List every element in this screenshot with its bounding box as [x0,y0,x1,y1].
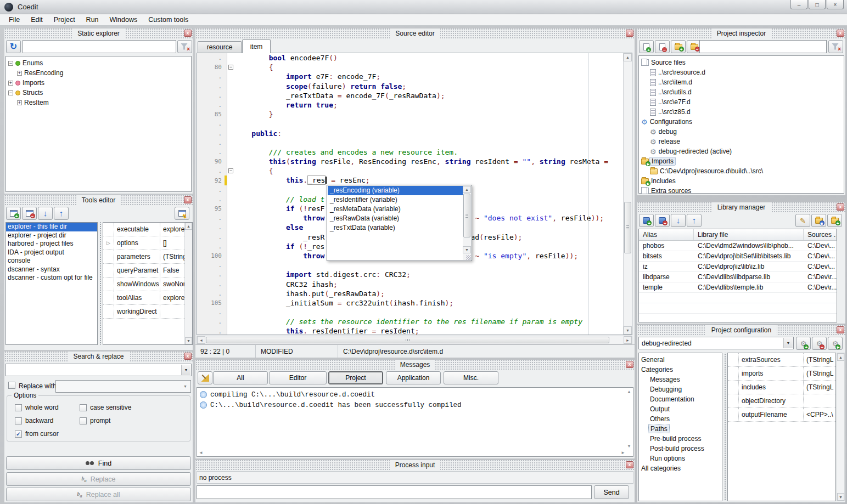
property-row[interactable]: ▷options[] [103,236,184,250]
replace-all-button[interactable]: ba Replace all [6,488,191,501]
menu-item-project[interactable]: Project [48,15,81,25]
chevron-down-icon[interactable]: ▼ [181,365,190,375]
scroll-left-icon[interactable]: ◄ [197,336,205,344]
tree-item-release[interactable]: ⚙release [639,137,844,146]
folder-add-button[interactable]: + [671,40,686,53]
table-row[interactable]: templeC:\Dev\dlibs\temple.libC:\Dev\r... [639,282,837,293]
expand-icon[interactable]: + [17,100,22,105]
property-value[interactable]: (TStringL [804,353,835,366]
property-value[interactable] [160,305,184,318]
window-remove-button[interactable]: − [22,207,37,220]
editor-vertical-scrollbar[interactable]: ▲ ▼ [623,53,632,335]
table-row[interactable]: bitsetsC:\Dev\dproj\bitSet\lib\bitsets.l… [639,251,837,262]
send-button[interactable]: Send [594,485,629,499]
tree-item-resitem[interactable]: +ResItem [6,98,191,107]
property-row[interactable]: imports(TStringL [728,367,835,381]
gear-add-button[interactable]: ⚙+ [796,337,811,350]
close-icon[interactable]: x [837,30,844,37]
splitter[interactable] [723,353,727,501]
window-run-button[interactable]: ↯ [175,207,189,220]
expand-icon[interactable]: + [8,81,13,86]
tree-item-documentation[interactable]: Documentation [639,394,722,404]
scrollbar-thumb[interactable] [624,202,631,253]
property-row[interactable]: executableexplorer [103,223,184,236]
column-header-libraryfile[interactable]: Library file [694,229,804,240]
minimize-button[interactable]: – [790,0,807,9]
splitter[interactable] [99,222,102,345]
maximize-button[interactable]: □ [809,0,826,9]
arrow-up-button[interactable]: ↑ [687,214,702,227]
close-icon[interactable]: x [837,203,844,211]
column-header-alias[interactable]: Alias [639,229,694,240]
filter-button-editor[interactable]: Editor [269,371,327,384]
find-button[interactable]: Find [6,456,191,470]
completion-item[interactable]: _resEncoding (variable) [328,186,463,195]
scroll-up-icon[interactable]: ▲ [463,186,471,193]
tree-item-configurations[interactable]: ⚙Configurations [639,117,844,127]
popup-scrollbar[interactable]: ▲ ▼ [463,186,471,260]
menu-item-file[interactable]: File [3,15,25,25]
tree-item-run-options[interactable]: Run options [639,454,722,463]
tree-item--src-resource-d[interactable]: ..\src\resource.d [639,67,844,77]
tree-item-categories[interactable]: Categories [639,365,722,375]
process-input-field[interactable] [197,485,592,499]
tree-item-pre-build-process[interactable]: Pre-build process [639,434,722,444]
tree-item-debugging[interactable]: Debugging [639,384,722,394]
gear-remove-button[interactable]: ⚙− [812,337,827,350]
fold-collapse-icon[interactable]: − [228,65,233,70]
property-row[interactable]: outputFilename<CPP>..\ [728,408,835,422]
scrollbar[interactable]: ▲ ▼ [184,223,192,344]
replace-button[interactable]: ba Replace [6,472,191,486]
menu-item-edit[interactable]: Edit [25,15,48,25]
property-row[interactable]: parameters(TStringL [103,250,184,264]
scroll-down-icon[interactable]: ▼ [627,444,631,449]
menu-item-run[interactable]: Run [81,15,104,25]
config-selector-combobox[interactable]: debug-redirected ▼ [638,337,794,349]
tree-item-general[interactable]: General [639,355,722,365]
tree-item-imports[interactable]: +Imports [6,78,191,88]
scroll-right-icon[interactable]: ► [621,450,625,455]
collapse-icon[interactable]: − [8,61,13,66]
tree-item-debug[interactable]: ⚙debug [639,127,844,137]
menu-item-windows[interactable]: Windows [104,15,143,25]
property-row[interactable]: extraSources(TStringL [728,353,835,367]
tree-item-c-dev-dproj-resource-d-build-s[interactable]: C:\Dev\dproj\resource.d\build\..\src\ [639,166,844,176]
property-row[interactable]: objectDirectory [728,394,835,408]
disk-add-button[interactable]: + [639,214,654,227]
scroll-down-icon[interactable]: ▼ [624,326,632,335]
folder-add-button[interactable]: + [827,214,842,227]
property-row[interactable]: includes(TStringL [728,381,835,394]
property-value[interactable]: (TStringL [160,250,184,263]
tab-resource[interactable]: resource [198,41,242,53]
filter-clear-button[interactable] [828,40,843,53]
tree-item-includes[interactable]: ►Includes [639,176,844,186]
property-row[interactable]: showWindowsswoNone [103,278,184,291]
edit-libs-button[interactable]: ✎ [795,214,810,227]
refresh-button[interactable]: ↻ [6,40,21,53]
completion-item[interactable]: _resIdentifier (variable) [328,195,463,205]
tree-item-source-files[interactable]: Source files [639,58,844,67]
scroll-up-icon[interactable]: ▲ [627,389,631,394]
table-row[interactable]: libdparseC:\Dev\dlibs\libdparse.libC:\De… [639,272,837,282]
close-icon[interactable]: x [184,196,192,203]
column-header-sources[interactable]: Sources ... [804,229,837,240]
arrow-up-button[interactable]: ↑ [54,207,69,220]
window-add-button[interactable]: + [6,207,21,220]
file-add-button[interactable]: + [639,40,654,53]
filter-clear-button[interactable] [177,40,192,53]
tree-item--src-z85-d[interactable]: ..\src\z85.d [639,107,844,117]
property-value[interactable]: [] [160,236,184,250]
property-value[interactable]: swoNone [160,278,184,291]
tree-item-paths[interactable]: Paths [639,424,722,434]
tools-list-item[interactable]: harbored - project files [6,240,97,248]
whole-word-checkbox[interactable] [15,404,22,411]
tree-item-output[interactable]: Output [639,404,722,414]
file-remove-button[interactable]: − [655,40,670,53]
close-icon[interactable]: x [184,30,192,37]
scroll-up-icon[interactable]: ▲ [837,353,844,361]
chevron-down-icon[interactable]: ▼ [783,338,793,348]
property-value[interactable]: explorer [160,291,184,304]
tree-item-extra-sources[interactable]: Extra sources [639,186,844,196]
scroll-up-icon[interactable]: ▲ [624,53,632,61]
inspector-filter-input[interactable] [699,40,827,53]
